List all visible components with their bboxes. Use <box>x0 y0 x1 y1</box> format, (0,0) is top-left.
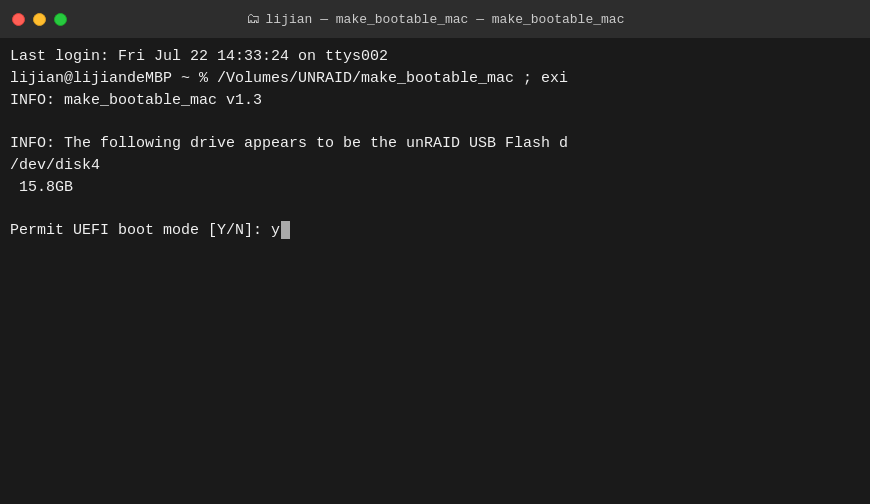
terminal-line-9: Permit UEFI boot mode [Y/N]: y <box>10 220 860 242</box>
terminal-body: Last login: Fri Jul 22 14:33:24 on ttys0… <box>0 38 870 504</box>
terminal-line-4 <box>10 111 860 133</box>
terminal-line-2: lijian@lijiandeMBP ~ % /Volumes/UNRAID/m… <box>10 68 860 90</box>
traffic-light-maximize[interactable] <box>54 13 67 26</box>
terminal-line-7: 15.8GB <box>10 177 860 199</box>
traffic-light-close[interactable] <box>12 13 25 26</box>
traffic-light-minimize[interactable] <box>33 13 46 26</box>
terminal-line-3: INFO: make_bootable_mac v1.3 <box>10 90 860 112</box>
terminal-cursor <box>281 221 290 239</box>
terminal-line-5: INFO: The following drive appears to be … <box>10 133 860 155</box>
window-title: 🗂 lijian — make_bootable_mac — make_boot… <box>246 11 625 27</box>
title-icon: 🗂 <box>246 11 260 27</box>
terminal-line-8 <box>10 198 860 220</box>
prompt-text: Permit UEFI boot mode [Y/N]: y <box>10 222 280 239</box>
title-bar: 🗂 lijian — make_bootable_mac — make_boot… <box>0 0 870 38</box>
title-text: lijian — make_bootable_mac — make_bootab… <box>266 12 625 27</box>
terminal-line-6: /dev/disk4 <box>10 155 860 177</box>
terminal-line-1: Last login: Fri Jul 22 14:33:24 on ttys0… <box>10 46 860 68</box>
